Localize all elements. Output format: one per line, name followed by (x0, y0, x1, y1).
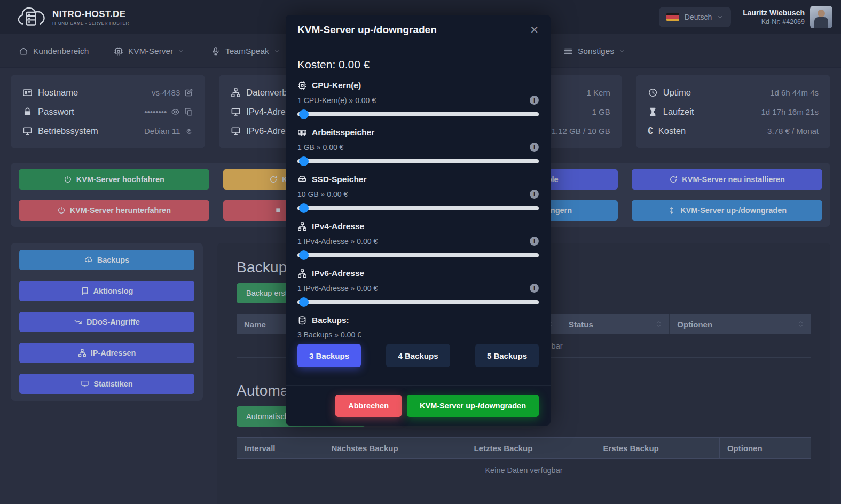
ipv4-slider[interactable] (297, 250, 539, 260)
column-header-intervall[interactable]: Intervall (237, 437, 324, 459)
user-menu[interactable]: Lauritz Wiebusch Kd-Nr: #42069 (743, 6, 832, 28)
column-header-optionen[interactable]: Optionen (720, 437, 811, 459)
ssd-value: 1.12 GB / 10 GB (552, 127, 610, 136)
sidebar-item-aktionslog[interactable]: Aktionslog (19, 281, 194, 301)
info-icon[interactable]: i (530, 96, 539, 105)
sidebar-label: Statistiken (93, 380, 132, 388)
column-header-erstes[interactable]: Erstes Backup (595, 437, 719, 459)
start-server-button[interactable]: KVM-Server hochfahren (19, 169, 209, 190)
brand-tagline: IT UND GAME - SERVER HOSTER (52, 21, 129, 26)
button-label: KVM-Server hochfahren (76, 175, 164, 184)
total-cost: Kosten: 0.00 € (297, 58, 539, 71)
nav-label: KVM-Server (128, 46, 173, 56)
book-icon (81, 287, 89, 295)
label: Kosten (658, 126, 686, 136)
sidebar-label: Aktionslog (93, 287, 133, 295)
ram-section: Arbeitsspeicher 1 GB » 0.00 €i (297, 128, 539, 166)
chevron-down-icon (619, 48, 625, 54)
option-3-backups[interactable]: 3 Backups (297, 344, 361, 367)
cpu-slider[interactable] (297, 109, 539, 119)
eye-icon[interactable] (171, 107, 180, 116)
info-icon[interactable]: i (530, 190, 539, 199)
ipv6-slider[interactable] (297, 297, 539, 307)
up-down-arrows-icon (667, 206, 676, 215)
ssd-icon (297, 175, 307, 184)
chevron-down-icon (274, 48, 280, 54)
auto-backups-empty-state: Keine Daten verfügbar (237, 459, 811, 482)
uptime-value: 1d 6h 44m 4s (770, 88, 819, 97)
slider-thumb[interactable] (299, 203, 309, 213)
kosten-value: 3.78 € / Monat (767, 127, 819, 136)
avatar[interactable] (810, 6, 832, 28)
home-icon (19, 46, 28, 56)
brand-logo[interactable]: NITRO-HOST.DE IT UND GAME - SERVER HOSTE… (16, 5, 129, 29)
cancel-button[interactable]: Abbrechen (335, 395, 402, 417)
confirm-upgrade-button[interactable]: KVM-Server up-/downgraden (407, 395, 539, 417)
lock-icon (22, 107, 33, 117)
shutdown-server-button[interactable]: KVM-Server herunterfahren (19, 200, 209, 220)
os-value: Debian 11 (144, 127, 180, 136)
trend-down-icon (74, 318, 82, 326)
server-sidebar: Backups Aktionslog DDoS-Angriffe IP-Adre… (11, 243, 203, 401)
slider-thumb[interactable] (299, 297, 309, 307)
ipv6-value-line: 1 IPv6-Adresse » 0.00 € (297, 284, 378, 293)
slider-thumb[interactable] (299, 250, 309, 260)
power-icon (64, 175, 72, 184)
option-4-backups[interactable]: 4 Backups (386, 344, 450, 367)
sort-icon (798, 320, 804, 328)
sidebar-item-ip-adressen[interactable]: IP-Adressen (19, 343, 194, 363)
copy-icon[interactable] (184, 107, 193, 116)
clock-icon (648, 88, 658, 98)
info-icon[interactable]: i (530, 284, 539, 293)
cpu-value: 1 Kern (587, 88, 610, 97)
info-icon[interactable]: i (530, 237, 539, 246)
ipv4-section: IPv4-Adresse 1 IPv4-Adresse » 0.00 €i (297, 222, 539, 260)
sidebar-item-statistiken[interactable]: Statistiken (19, 374, 194, 394)
nav-item-teamspeak[interactable]: TeamSpeak (211, 34, 280, 68)
close-icon[interactable]: ✕ (530, 25, 539, 35)
nav-label: Kundenbereich (33, 46, 89, 56)
refresh-icon (669, 175, 678, 184)
label: Uptime (663, 88, 691, 98)
backups-value-line: 3 Backups » 0.00 € (297, 330, 361, 339)
language-selector[interactable]: Deutsch (659, 7, 731, 27)
sidebar-item-backups[interactable]: Backups (19, 250, 194, 270)
cpu-icon (114, 46, 123, 56)
ssd-slider[interactable] (297, 203, 539, 213)
nav-item-sonstiges[interactable]: Sonstiges (563, 34, 625, 68)
nav-item-kundenbereich[interactable]: Kundenbereich (19, 34, 89, 68)
cloud-server-logo-icon (16, 5, 47, 29)
button-label: KVM-Server herunterfahren (70, 206, 171, 215)
column-header-naechstes[interactable]: Nächstes Backup (324, 437, 467, 459)
nav-label: TeamSpeak (225, 46, 269, 56)
slider-thumb[interactable] (299, 109, 309, 119)
column-header-optionen[interactable]: Optionen (670, 314, 811, 334)
cpu-icon (297, 81, 307, 90)
chevron-down-icon (717, 14, 724, 20)
reinstall-server-button[interactable]: KVM-Server neu installieren (632, 169, 822, 190)
slider-thumb[interactable] (299, 156, 309, 166)
row-laufzeit: Laufzeit 1d 17h 16m 21s (648, 105, 819, 119)
password-masked: •••••••• (144, 107, 167, 116)
refresh-icon (269, 175, 278, 184)
column-header-status[interactable]: Status (561, 314, 670, 334)
network-icon (297, 222, 307, 231)
upgrade-modal: KVM-Server up-/downgraden ✕ Kosten: 0.00… (286, 15, 551, 426)
card-runtime: Uptime 1d 6h 44m 4s Laufzeit 1d 17h 16m … (636, 75, 830, 148)
option-5-backups[interactable]: 5 Backups (475, 344, 539, 367)
sidebar-label: IP-Adressen (91, 349, 136, 357)
euro-icon: € (648, 125, 653, 137)
row-kosten: €Kosten 3.78 € / Monat (648, 124, 819, 138)
nav-item-kvm-server[interactable]: KVM-Server (114, 34, 184, 68)
sidebar-item-ddos[interactable]: DDoS-Angriffe (19, 312, 194, 332)
network-icon (297, 269, 307, 278)
ssd-value-line: 10 GB » 0.00 € (297, 190, 348, 199)
upgrade-server-button[interactable]: KVM-Server up-/downgraden (632, 200, 822, 220)
ram-slider[interactable] (297, 156, 539, 166)
debian-swirl-icon[interactable] (184, 127, 193, 136)
customer-number: Kd-Nr: #42069 (743, 18, 805, 26)
column-header-letztes[interactable]: Letztes Backup (466, 437, 595, 459)
edit-icon[interactable] (184, 88, 193, 97)
info-icon[interactable]: i (530, 143, 539, 152)
label: Laufzeit (663, 107, 694, 117)
